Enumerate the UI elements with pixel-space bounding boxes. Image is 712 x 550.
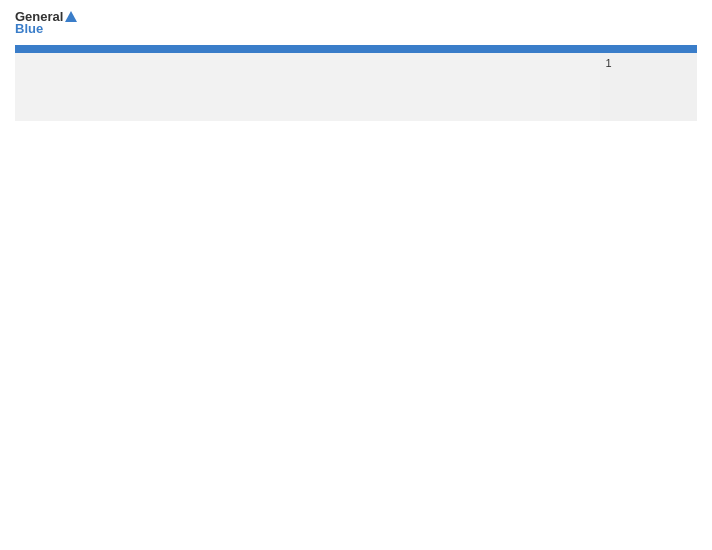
table-cell <box>502 53 599 121</box>
table-cell <box>307 53 404 121</box>
table-cell <box>15 53 112 121</box>
header-sunday <box>15 45 112 53</box>
week-row-0: 1 <box>15 53 697 121</box>
table-cell: 1 <box>600 53 697 121</box>
logo: General Blue <box>15 10 77 37</box>
header-tuesday <box>210 45 307 53</box>
calendar-container: General Blue 1 <box>0 0 712 550</box>
logo-triangle-icon <box>65 11 77 22</box>
table-cell <box>112 53 209 121</box>
calendar-grid: 1 <box>15 45 697 121</box>
table-cell <box>405 53 502 121</box>
header-friday <box>502 45 599 53</box>
header-thursday <box>405 45 502 53</box>
weekday-header-row <box>15 45 697 53</box>
day-number: 1 <box>606 57 691 69</box>
header-wednesday <box>307 45 404 53</box>
header-saturday <box>600 45 697 53</box>
calendar-header: General Blue <box>15 10 697 37</box>
table-cell <box>210 53 307 121</box>
header-monday <box>112 45 209 53</box>
